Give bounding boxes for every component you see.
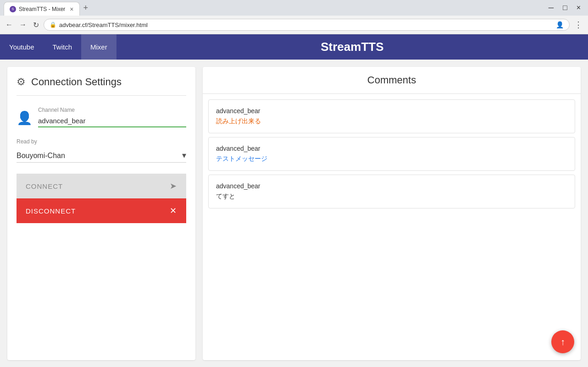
browser-menu-button[interactable]: ⋮: [572, 18, 584, 32]
button-group: CONNECT ➤ DISCONNECT ✕: [17, 174, 186, 223]
nav-twitch[interactable]: Twitch: [44, 34, 82, 60]
back-button[interactable]: ←: [4, 19, 15, 31]
comment-author-2: advanced_bear: [216, 145, 567, 152]
comments-list: advanced_bear 読み上げ出来る advanced_bear テストメ…: [203, 94, 581, 214]
person-icon: 👤: [17, 110, 33, 126]
url-text: advbear.cf/StreamTTS/mixer.html: [59, 22, 553, 28]
comment-author-3: advanced_bear: [216, 182, 567, 190]
channel-name-wrapper: Channel Name: [38, 107, 186, 127]
channel-name-group: 👤 Channel Name: [17, 107, 186, 127]
nav-mixer[interactable]: Mixer: [81, 34, 116, 60]
new-tab-button[interactable]: +: [80, 0, 92, 16]
browser-chrome: S StreamTTS - Mixer × + ─ □ × ← → ↻ 🔒 ad…: [0, 0, 588, 34]
app-title: StreamTTS: [116, 40, 588, 54]
comment-author-1: advanced_bear: [216, 107, 567, 115]
read-by-label: Read by: [17, 138, 186, 145]
tab-close-button[interactable]: ×: [70, 5, 73, 13]
close-icon: ✕: [170, 206, 177, 216]
settings-title: Connection Settings: [31, 76, 122, 88]
forward-button[interactable]: →: [17, 19, 28, 31]
comment-text-1: 読み上げ出来る: [216, 117, 567, 126]
security-icon: 🔒: [50, 22, 56, 28]
scroll-to-top-button[interactable]: ↑: [551, 330, 574, 353]
minimize-button[interactable]: ─: [545, 2, 557, 14]
comment-text-2: テストメッセージ: [216, 155, 567, 163]
settings-header: ⚙ Connection Settings: [17, 76, 186, 96]
url-bar[interactable]: 🔒 advbear.cf/StreamTTS/mixer.html 👤: [44, 19, 570, 31]
window-controls: ─ □ ×: [545, 2, 584, 14]
comment-card-3: advanced_bear てすと: [208, 175, 575, 208]
comment-card-2: advanced_bear テストメッセージ: [208, 137, 575, 171]
gear-icon: ⚙: [17, 76, 26, 88]
read-by-select[interactable]: Bouyomi-Chan System TTS: [17, 152, 182, 159]
address-bar: ← → ↻ 🔒 advbear.cf/StreamTTS/mixer.html …: [0, 16, 588, 34]
read-by-group: Read by Bouyomi-Chan System TTS ▾: [17, 138, 186, 163]
app-navbar: Youtube Twitch Mixer StreamTTS: [0, 34, 588, 60]
dropdown-wrapper: Bouyomi-Chan System TTS ▾: [17, 148, 186, 163]
profile-icon: 👤: [556, 21, 564, 28]
title-bar: S StreamTTS - Mixer × + ─ □ ×: [0, 0, 588, 16]
channel-name-input[interactable]: [38, 115, 186, 127]
comment-text-3: てすと: [216, 192, 567, 201]
settings-panel: ⚙ Connection Settings 👤 Channel Name Rea…: [7, 67, 195, 360]
tab-area: S StreamTTS - Mixer × +: [4, 0, 92, 16]
nav-youtube[interactable]: Youtube: [0, 34, 44, 60]
refresh-button[interactable]: ↻: [31, 19, 41, 31]
comment-card-1: advanced_bear 読み上げ出来る: [208, 99, 575, 133]
disconnect-label: DISCONNECT: [26, 207, 76, 215]
main-content: ⚙ Connection Settings 👤 Channel Name Rea…: [0, 60, 588, 367]
tab-title: StreamTTS - Mixer: [19, 6, 65, 12]
tab-favicon: S: [10, 6, 16, 12]
tab-strip: S StreamTTS - Mixer × +: [4, 0, 92, 16]
close-button[interactable]: ×: [573, 2, 584, 14]
chevron-down-icon: ▾: [182, 150, 186, 160]
active-tab[interactable]: S StreamTTS - Mixer ×: [4, 2, 80, 16]
connect-label: CONNECT: [26, 182, 63, 190]
comments-title: Comments: [203, 67, 581, 94]
channel-name-label: Channel Name: [38, 107, 186, 113]
restore-button[interactable]: □: [559, 2, 571, 14]
connect-button[interactable]: CONNECT ➤: [17, 174, 186, 198]
arrow-up-icon: ↑: [560, 337, 565, 347]
disconnect-button[interactable]: DISCONNECT ✕: [17, 198, 186, 223]
comments-panel: Comments advanced_bear 読み上げ出来る advanced_…: [203, 67, 581, 360]
arrow-right-icon: ➤: [170, 181, 177, 191]
